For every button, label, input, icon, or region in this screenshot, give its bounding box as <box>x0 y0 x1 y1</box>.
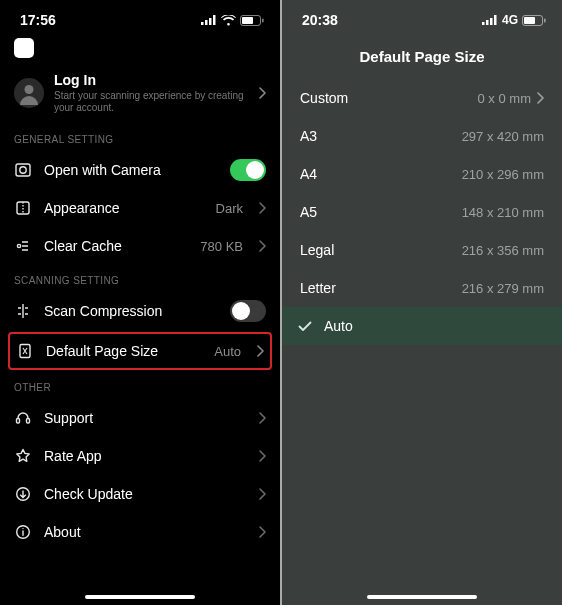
row-support[interactable]: Support <box>0 399 280 437</box>
clear-cache-value: 780 KB <box>200 239 243 254</box>
svg-rect-19 <box>494 15 497 25</box>
status-time: 17:56 <box>20 12 56 28</box>
about-label: About <box>44 524 247 540</box>
app-button[interactable] <box>14 38 34 58</box>
svg-rect-16 <box>482 22 485 25</box>
status-icons <box>201 15 264 26</box>
update-label: Check Update <box>44 486 247 502</box>
appearance-label: Appearance <box>44 200 204 216</box>
status-bar: 20:38 4G <box>282 0 562 30</box>
svg-rect-5 <box>242 17 253 24</box>
rate-label: Rate App <box>44 448 247 464</box>
option-value: 210 x 296 mm <box>462 167 544 182</box>
cache-icon <box>14 237 32 255</box>
svg-rect-2 <box>209 18 212 25</box>
clear-cache-label: Clear Cache <box>44 238 188 254</box>
info-icon <box>14 523 32 541</box>
svg-rect-18 <box>490 18 493 25</box>
svg-rect-3 <box>213 15 216 25</box>
option-letter[interactable]: Letter 216 x 279 mm <box>282 269 562 307</box>
option-label: A5 <box>300 204 317 220</box>
option-value: 0 x 0 mm <box>478 91 531 106</box>
svg-rect-7 <box>16 164 30 176</box>
row-update[interactable]: Check Update <box>0 475 280 513</box>
chevron-right-icon <box>259 526 266 538</box>
option-value: 216 x 279 mm <box>462 281 544 296</box>
row-default-page-size[interactable]: Default Page Size Auto <box>8 332 272 370</box>
chevron-right-icon <box>259 87 266 99</box>
login-row[interactable]: Log In Start your scanning experience by… <box>0 58 280 124</box>
section-other-header: OTHER <box>0 372 280 399</box>
status-time: 20:38 <box>302 12 338 28</box>
row-appearance[interactable]: Appearance Dark <box>0 189 280 227</box>
option-label: A4 <box>300 166 317 182</box>
avatar-icon <box>14 78 44 108</box>
svg-rect-12 <box>17 419 20 424</box>
support-icon <box>14 409 32 427</box>
open-camera-label: Open with Camera <box>44 162 218 178</box>
chevron-right-icon <box>257 345 264 357</box>
chevron-right-icon <box>537 92 544 104</box>
update-icon <box>14 485 32 503</box>
star-icon <box>14 447 32 465</box>
option-value: 216 x 356 mm <box>462 243 544 258</box>
row-rate[interactable]: Rate App <box>0 437 280 475</box>
battery-icon <box>240 15 264 26</box>
option-value: 297 x 420 mm <box>462 129 544 144</box>
default-page-size-label: Default Page Size <box>46 343 202 359</box>
page-size-icon <box>16 342 34 360</box>
settings-screen: 17:56 Log In Start your scanning experie… <box>0 0 280 605</box>
signal-icon <box>482 15 498 25</box>
section-scanning-header: SCANNING SETTING <box>0 265 280 292</box>
row-about[interactable]: About <box>0 513 280 551</box>
signal-icon <box>201 15 217 25</box>
chevron-right-icon <box>259 450 266 462</box>
status-bar: 17:56 <box>0 0 280 30</box>
row-clear-cache[interactable]: Clear Cache 780 KB <box>0 227 280 265</box>
option-a3[interactable]: A3 297 x 420 mm <box>282 117 562 155</box>
svg-rect-1 <box>205 20 208 25</box>
section-general-header: GENERAL SETTING <box>0 124 280 151</box>
option-label: Auto <box>324 318 353 334</box>
chevron-right-icon <box>259 202 266 214</box>
svg-rect-22 <box>544 18 546 22</box>
login-title: Log In <box>54 72 249 88</box>
option-label: Custom <box>300 90 348 106</box>
row-open-camera[interactable]: Open with Camera <box>0 151 280 189</box>
option-a5[interactable]: A5 148 x 210 mm <box>282 193 562 231</box>
option-custom[interactable]: Custom 0 x 0 mm <box>282 79 562 117</box>
scan-compression-label: Scan Compression <box>44 303 218 319</box>
support-label: Support <box>44 410 247 426</box>
svg-rect-6 <box>262 18 264 22</box>
scan-compression-toggle[interactable] <box>230 300 266 322</box>
option-label: Legal <box>300 242 334 258</box>
appearance-value: Dark <box>216 201 243 216</box>
row-scan-compression[interactable]: Scan Compression <box>0 292 280 330</box>
appearance-icon <box>14 199 32 217</box>
option-value: 148 x 210 mm <box>462 205 544 220</box>
home-indicator[interactable] <box>367 595 477 599</box>
chevron-right-icon <box>259 488 266 500</box>
page-size-screen: 20:38 4G Default Page Size Custom 0 x 0 … <box>282 0 562 605</box>
check-icon <box>298 321 312 332</box>
svg-point-8 <box>20 167 26 173</box>
chevron-right-icon <box>259 412 266 424</box>
option-auto[interactable]: Auto <box>282 307 562 345</box>
svg-rect-13 <box>27 419 30 424</box>
wifi-icon <box>221 15 236 26</box>
option-a4[interactable]: A4 210 x 296 mm <box>282 155 562 193</box>
open-camera-toggle[interactable] <box>230 159 266 181</box>
option-label: Letter <box>300 280 336 296</box>
chevron-right-icon <box>259 240 266 252</box>
svg-rect-17 <box>486 20 489 25</box>
battery-icon <box>522 15 546 26</box>
status-icons: 4G <box>482 13 546 27</box>
compression-icon <box>14 302 32 320</box>
default-page-size-value: Auto <box>214 344 241 359</box>
svg-point-10 <box>17 244 20 247</box>
home-indicator[interactable] <box>85 595 195 599</box>
option-label: A3 <box>300 128 317 144</box>
login-subtitle: Start your scanning experience by creati… <box>54 90 249 114</box>
page-title: Default Page Size <box>282 30 562 79</box>
option-legal[interactable]: Legal 216 x 356 mm <box>282 231 562 269</box>
